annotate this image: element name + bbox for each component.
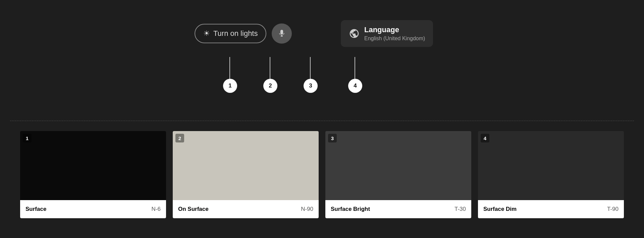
language-title: Language xyxy=(364,25,425,34)
card-number-3: 3 xyxy=(328,134,337,142)
color-code-1: N-6 xyxy=(152,206,161,213)
card-number-2: 2 xyxy=(175,134,184,142)
color-swatch-3 xyxy=(325,131,471,200)
color-name-2: On Surface xyxy=(178,206,209,213)
annotation-1: 1 xyxy=(223,79,237,93)
color-code-3: T-30 xyxy=(454,206,466,213)
annotation-2: 2 xyxy=(263,79,277,93)
color-label-4: Surface DimT-90 xyxy=(478,200,624,218)
top-section: ☀ Turn on lights Language English (Unite… xyxy=(0,0,644,121)
color-name-3: Surface Bright xyxy=(331,206,370,213)
card-number-4: 4 xyxy=(481,134,489,142)
color-swatch-1 xyxy=(20,131,166,200)
globe-icon xyxy=(349,28,360,39)
color-label-2: On SurfaceN-90 xyxy=(173,200,319,218)
color-name-4: Surface Dim xyxy=(483,206,517,213)
color-name-1: Surface xyxy=(25,206,46,213)
annotation-4: 4 xyxy=(348,79,362,93)
bottom-section: 1SurfaceN-62On SurfaceN-903Surface Brigh… xyxy=(0,121,644,235)
color-card-2: 2On SurfaceN-90 xyxy=(173,131,319,218)
color-card-3: 3Surface BrightT-30 xyxy=(325,131,471,218)
color-code-2: N-90 xyxy=(301,206,313,213)
card-number-1: 1 xyxy=(23,134,32,142)
annotation-3: 3 xyxy=(304,79,318,93)
color-swatch-4 xyxy=(478,131,624,200)
sun-icon: ☀ xyxy=(203,29,210,38)
language-subtitle: English (United Kingdom) xyxy=(364,36,425,42)
color-label-1: SurfaceN-6 xyxy=(20,200,166,218)
color-swatch-2 xyxy=(173,131,319,200)
color-card-4: 4Surface DimT-90 xyxy=(478,131,624,218)
language-card: Language English (United Kingdom) xyxy=(341,20,433,47)
mic-button[interactable] xyxy=(272,23,292,44)
turn-on-lights-button[interactable]: ☀ Turn on lights xyxy=(195,24,266,43)
color-label-3: Surface BrightT-30 xyxy=(325,200,471,218)
turn-on-lights-label: Turn on lights xyxy=(213,29,258,38)
color-code-4: T-90 xyxy=(607,206,619,213)
color-card-1: 1SurfaceN-6 xyxy=(20,131,166,218)
mic-icon xyxy=(278,29,286,38)
